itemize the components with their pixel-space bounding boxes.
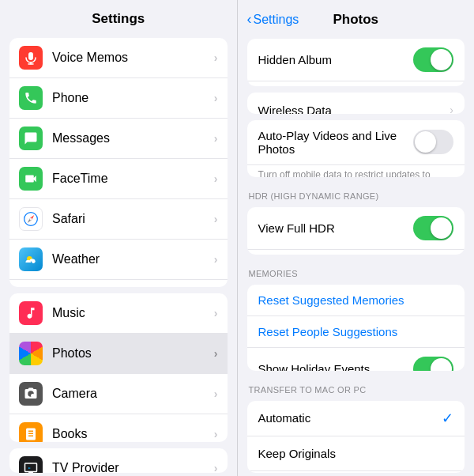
facetime-label: FaceTime — [52, 172, 214, 186]
holiday-toggle[interactable] — [413, 357, 453, 371]
automatic-label: Automatic — [258, 411, 442, 425]
wireless-data-label: Wireless Data — [258, 104, 450, 114]
sidebar-item-tv-provider[interactable]: TV Provider › — [9, 448, 228, 473]
sidebar-item-phone[interactable]: Phone › — [9, 78, 228, 119]
books-icon — [19, 422, 43, 443]
chevron-icon: › — [214, 92, 218, 104]
settings-group-3: TV Provider › — [9, 448, 228, 473]
settings-group-2: Music › Photos › Camera › Books › — [9, 293, 228, 443]
chevron-icon: › — [214, 213, 218, 225]
holiday-item: Show Holiday Events — [247, 347, 465, 371]
weather-label: Weather — [52, 252, 214, 266]
chevron-icon: › — [214, 387, 218, 400]
weather-icon — [19, 247, 43, 271]
tv-provider-label: TV Provider — [52, 461, 214, 473]
hidden-album-toggle[interactable] — [413, 47, 453, 72]
transfer-desc: Automatically transfer photos and videos… — [247, 471, 465, 473]
camera-label: Camera — [52, 387, 214, 401]
reset-suggested-memories-label: Reset Suggested Memories — [258, 293, 404, 307]
autoplay-label: Auto-Play Videos and Live Photos — [258, 129, 414, 156]
toggle-knob — [415, 131, 436, 153]
facetime-icon — [19, 167, 43, 191]
sidebar-item-camera[interactable]: Camera › — [9, 374, 228, 414]
settings-group-1: Voice Memos › Phone › Messages › FaceTim… — [9, 38, 228, 287]
autoplay-section: Auto-Play Videos and Live Photos Turn of… — [247, 120, 465, 177]
phone-label: Phone — [52, 91, 214, 105]
memories-section: Reset Suggested Memories Reset People Su… — [247, 285, 465, 371]
sidebar-item-translate[interactable]: Translate › — [9, 280, 228, 287]
left-title: Settings — [0, 0, 237, 35]
toggle-knob — [431, 217, 452, 239]
chevron-icon: › — [214, 51, 218, 64]
photos-label: Photos — [52, 346, 214, 361]
back-chevron-icon: ‹ — [247, 11, 252, 28]
hdr-desc: Automatically adjust the display to show… — [247, 250, 465, 255]
right-header: ‹ Settings Photos — [238, 0, 475, 36]
sidebar-item-facetime[interactable]: FaceTime › — [9, 159, 228, 199]
holiday-label: Show Holiday Events — [258, 362, 414, 371]
photos-icon — [19, 342, 43, 365]
view-full-hdr-toggle[interactable] — [413, 216, 453, 240]
keep-originals-item[interactable]: Keep Originals — [247, 436, 465, 471]
messages-label: Messages — [52, 131, 214, 145]
back-button[interactable]: ‹ Settings — [247, 11, 299, 28]
wireless-data-item[interactable]: Wireless Data › — [247, 93, 465, 114]
sidebar-item-safari[interactable]: Safari › — [9, 199, 228, 240]
voice-memos-icon — [19, 46, 43, 70]
chevron-icon: › — [214, 462, 218, 473]
transfer-section-header: TRANSFER TO MAC OR PC — [238, 374, 475, 398]
phone-icon — [19, 86, 43, 110]
hdr-section-header: HDR (HIGH DYNAMIC RANGE) — [238, 180, 475, 204]
toggle-knob — [431, 49, 452, 70]
music-label: Music — [52, 306, 214, 320]
books-label: Books — [52, 427, 214, 441]
autoplay-toggle[interactable] — [413, 130, 453, 154]
chevron-icon: › — [214, 132, 218, 145]
svg-rect-0 — [28, 52, 33, 60]
hidden-album-label: Hidden Album — [258, 53, 414, 66]
autoplay-item: Auto-Play Videos and Live Photos — [247, 120, 465, 165]
safari-label: Safari — [52, 212, 214, 226]
transfer-section: Automatic ✓ Keep Originals Automatically… — [247, 401, 465, 473]
safari-icon — [19, 207, 43, 231]
toggle-knob — [431, 358, 452, 371]
hidden-album-desc: When enabled, the Hidden album will appe… — [247, 81, 465, 86]
autoplay-desc: Turn off mobile data to restrict updates… — [247, 165, 465, 177]
chevron-icon: › — [214, 347, 218, 360]
wireless-chevron-icon: › — [450, 104, 453, 114]
voice-memos-label: Voice Memos — [52, 51, 214, 65]
memories-section-header: MEMORIES — [238, 258, 475, 281]
messages-icon — [19, 127, 43, 150]
wireless-data-section: Wireless Data › — [247, 93, 465, 114]
back-label: Settings — [254, 13, 299, 27]
sidebar-item-weather[interactable]: Weather › — [9, 240, 228, 280]
left-panel: Settings Voice Memos › Phone › Messages … — [0, 0, 237, 476]
chevron-icon: › — [214, 253, 218, 266]
sidebar-item-books[interactable]: Books › — [9, 414, 228, 443]
sidebar-item-messages[interactable]: Messages › — [9, 119, 228, 159]
right-panel: ‹ Settings Photos Hidden Album When enab… — [238, 0, 475, 476]
reset-people-suggestions-label: Reset People Suggestions — [258, 325, 398, 338]
music-icon — [19, 301, 43, 325]
camera-icon — [19, 382, 43, 406]
reset-suggested-memories-item[interactable]: Reset Suggested Memories — [247, 285, 465, 316]
tv-provider-icon — [19, 456, 43, 473]
view-full-hdr-label: View Full HDR — [258, 221, 414, 235]
chevron-icon: › — [214, 307, 218, 319]
hidden-album-section: Hidden Album When enabled, the Hidden al… — [247, 39, 465, 86]
hdr-section: View Full HDR Automatically adjust the d… — [247, 207, 465, 255]
keep-originals-label: Keep Originals — [258, 447, 454, 460]
reset-people-suggestions-item[interactable]: Reset People Suggestions — [247, 316, 465, 347]
sidebar-item-music[interactable]: Music › — [9, 293, 228, 334]
view-full-hdr-item: View Full HDR — [247, 207, 465, 250]
sidebar-item-photos[interactable]: Photos › — [9, 334, 228, 374]
checkmark-icon: ✓ — [442, 410, 453, 427]
chevron-icon: › — [214, 172, 218, 185]
chevron-icon: › — [214, 428, 218, 440]
right-panel-title: Photos — [333, 12, 378, 28]
hidden-album-item: Hidden Album — [247, 39, 465, 81]
sidebar-item-voice-memos[interactable]: Voice Memos › — [9, 38, 228, 78]
automatic-item[interactable]: Automatic ✓ — [247, 401, 465, 436]
